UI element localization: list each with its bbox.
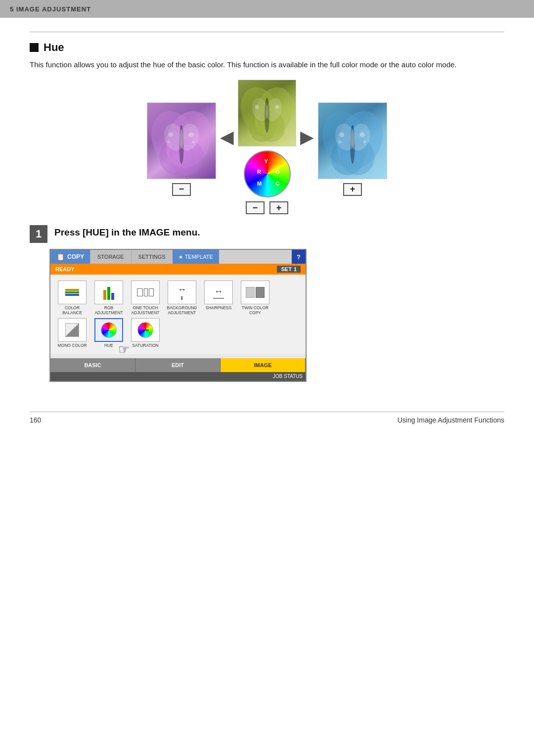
svg-point-8 [189,132,194,137]
tab-template[interactable]: ★ TEMPLATE [173,250,219,264]
help-button[interactable]: ? [292,250,306,264]
tab-settings[interactable]: SETTINGS [131,250,173,264]
minus-button-center[interactable]: − [246,201,265,214]
hue-title: Hue [44,41,64,54]
section-label: 5 IMAGE ADJUSTMENT [10,5,91,13]
plus-button-right[interactable]: + [343,183,362,196]
svg-point-27 [339,132,344,137]
wheel-label-m: M [257,181,262,187]
hand-cursor-icon: ☞ [118,342,130,357]
minus-button-left[interactable]: − [172,183,191,196]
icon-twin-color-label: TWIN COLOR COPY [238,305,272,315]
ui-icons-row-2: MONO COLOR HUE ☞ SATURATION [55,318,301,348]
color-wheel: R Y G M C [244,150,291,197]
tab-basic[interactable]: BASIC [50,358,135,372]
set-indicator: SET 1 [277,266,301,273]
ui-bottom-tabs: BASIC EDIT IMAGE [50,358,306,372]
job-status-bar[interactable]: JOB STATUS [50,372,306,381]
icon-rgb-adjustment[interactable]: RGB ADJUSTMENT [92,281,126,315]
black-square-icon [30,43,39,52]
icon-background-label: BACKGROUND ADJUSTMENT [165,305,199,315]
status-bar: READY SET 1 [50,264,306,275]
ui-mockup: 📋 COPY STORAGE SETTINGS ★ TEMPLATE ? REA… [49,249,307,382]
ui-content-area: COLOR BALANCE RGB ADJUSTMENT [50,275,306,354]
icon-hue-label: HUE [104,343,113,348]
icon-one-touch-label: ONE TOUCH ADJUSTMENT [129,305,162,315]
step-1-row: 1 Press [HUE] in the IMAGE menu. [30,224,504,243]
hue-description: This function allows you to adjust the h… [30,59,504,71]
footer-rule [30,412,504,412]
svg-point-19 [275,105,279,109]
icon-mono-color-label: MONO COLOR [57,343,87,348]
icon-sharpness[interactable]: ↔ SHARPNESS [202,281,235,315]
icon-rgb-label: RGB ADJUSTMENT [92,305,126,315]
svg-point-18 [255,105,259,109]
icon-color-balance-label: COLOR BALANCE [55,305,89,315]
wheel-label-r: R [257,169,261,175]
arrow-right-icon: ▶ [300,127,314,147]
butterfly-left-image [147,102,216,179]
top-rule [30,32,504,32]
icon-twin-color-copy[interactable]: TWIN COLOR COPY [238,281,272,315]
footer: 160 Using Image Adjustment Functions [30,416,504,424]
section-title: Hue [30,41,504,54]
svg-point-10 [192,141,195,143]
ui-topbar: 📋 COPY STORAGE SETTINGS ★ TEMPLATE ? [50,250,306,264]
svg-point-30 [363,141,366,143]
ui-icons-row-1: COLOR BALANCE RGB ADJUSTMENT [55,281,301,315]
icon-mono-color[interactable]: MONO COLOR [55,318,89,348]
icon-color-balance[interactable]: COLOR BALANCE [55,281,89,315]
wheel-label-y: Y [265,158,268,164]
copy-button[interactable]: 📋 COPY [50,250,90,264]
butterfly-center-image [238,80,296,146]
hue-diagram: − ◀ R Y G M [30,80,504,214]
arrow-left-icon: ◀ [220,127,234,147]
tab-storage[interactable]: STORAGE [90,250,131,264]
footer-description: Using Image Adjustment Functions [398,416,504,424]
icon-hue[interactable]: HUE ☞ [92,318,126,348]
step-1-text: Press [HUE] in the IMAGE menu. [54,224,200,238]
wheel-label-g: G [275,169,280,175]
icon-background-adj[interactable]: ↔ ▮ BACKGROUND ADJUSTMENT [165,281,199,315]
svg-point-7 [168,132,173,137]
page-number: 160 [30,416,41,424]
svg-point-29 [338,141,341,143]
icon-saturation[interactable]: SATURATION [129,318,162,348]
tab-image[interactable]: IMAGE [221,358,306,372]
butterfly-right-image [318,102,387,179]
copy-icon: 📋 [56,253,65,261]
icon-saturation-label: SATURATION [132,343,159,348]
plus-button-center[interactable]: + [269,201,288,214]
svg-point-9 [167,141,170,143]
svg-point-28 [360,132,365,137]
icon-sharpness-label: SHARPNESS [206,305,231,310]
center-controls: − + [246,201,288,214]
icon-one-touch[interactable]: ONE TOUCH ADJUSTMENT [129,281,162,315]
header-bar: 5 IMAGE ADJUSTMENT [0,0,534,18]
step-number-1: 1 [30,225,47,243]
status-text: READY [55,266,75,272]
wheel-label-c: C [276,181,280,187]
copy-label: COPY [67,253,84,260]
tab-edit[interactable]: EDIT [135,358,221,372]
